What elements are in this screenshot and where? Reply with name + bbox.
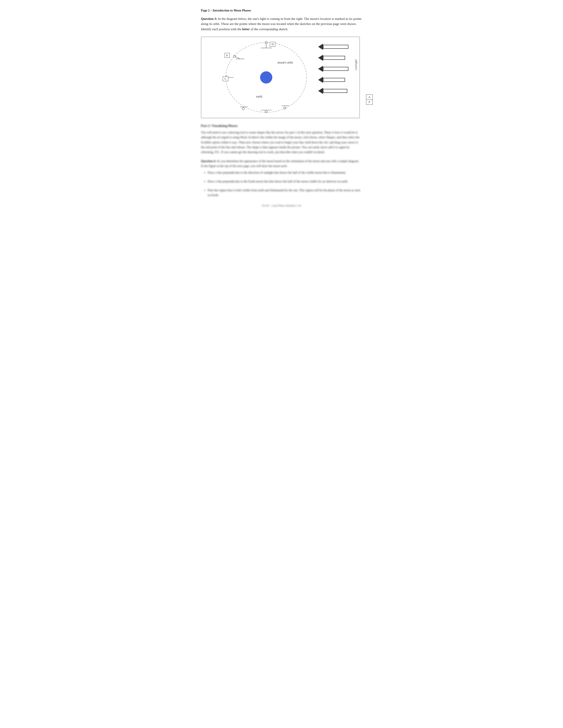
sun-arrow-4 [318,77,349,83]
question4-list: Draw a line perpendicular to the directi… [207,170,362,197]
sidebar-af-box: A F [366,94,373,105]
svg-line-6 [235,57,240,59]
list-item-1: Draw a line perpendicular to the directi… [207,170,362,175]
diagram-container: moon's orbit earth sunlight D E C [201,37,360,118]
box-C: C [223,76,228,81]
svg-point-15 [284,107,286,109]
question4-section: Question 4: As you determine the appeara… [201,159,362,198]
question4-text: Question 4: As you determine the appeara… [201,159,362,169]
sunlight-arrows [318,44,349,94]
page-header: Page 2 – Introduction to Moon Phases [201,9,362,12]
svg-point-11 [242,107,244,110]
question3-bold: letter [242,27,250,31]
sidebar-a-label: A [366,95,373,100]
footer: NAAP – Lunar Phase Simulator 1/10 [201,204,362,207]
svg-point-5 [233,55,235,57]
sidebar-f-label: F [366,100,373,105]
part2-title: Part 2: Visualizing Phases [201,123,362,128]
list-item-2: Draw a line perpendicular to the Earth-m… [207,179,362,184]
sun-arrow-3 [318,66,349,72]
sun-arrow-2 [318,55,349,61]
sun-arrow-5 [318,88,349,94]
svg-point-13 [265,111,267,113]
question3-label: Question 3: [201,17,217,21]
svg-point-1 [260,71,272,83]
question4-label: Question 4: [201,159,216,163]
question3-block: Question 3: In the diagram below, the su… [201,16,362,32]
question4-body: As you determine the appearance of the m… [201,159,359,168]
box-E: E [224,53,230,58]
question3-text2: of the corresponding sketch. [250,27,288,31]
list-item-3: Note the region that is both visible fro… [207,188,362,197]
earth-label: earth [256,95,262,98]
part2-body: You will need to use a drawing tool to c… [201,130,362,155]
sun-arrow-1 [318,44,349,50]
part2-section: Part 2: Visualizing Phases You will need… [201,123,362,155]
sunlight-label: sunlight [354,59,358,70]
orbit-label: moon's orbit [277,61,293,64]
box-D: D [270,42,275,47]
